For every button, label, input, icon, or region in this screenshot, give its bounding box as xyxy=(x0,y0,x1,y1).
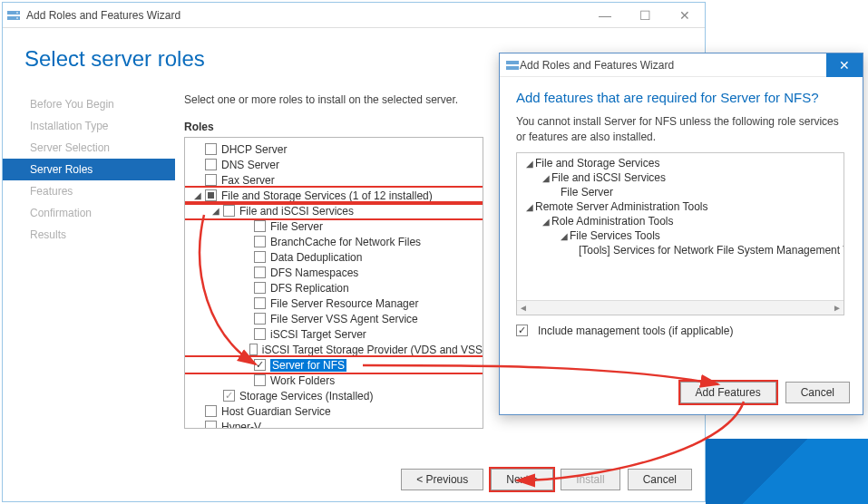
titlebar[interactable]: Add Roles and Features Wizard — ☐ ✕ xyxy=(3,3,705,28)
dialog-title: Add Roles and Features Wizard xyxy=(520,59,674,72)
horizontal-scrollbar[interactable]: ◄ ► xyxy=(517,300,844,315)
role-label: iSCSI Target Server xyxy=(270,328,366,341)
role-row[interactable]: Work Folders xyxy=(185,373,483,388)
expander-icon[interactable]: ◢ xyxy=(192,190,203,200)
close-button[interactable]: ✕ xyxy=(665,3,705,28)
role-label: BranchCache for Network Files xyxy=(270,236,421,248)
wizard-buttons: < Previous Next > Install Cancel xyxy=(401,469,692,490)
role-row[interactable]: DFS Namespaces xyxy=(185,265,483,280)
maximize-button[interactable]: ☐ xyxy=(625,3,665,28)
role-checkbox[interactable] xyxy=(254,374,266,386)
include-tools-row[interactable]: Include management tools (if applicable) xyxy=(516,325,846,337)
role-label: DHCP Server xyxy=(221,143,287,156)
role-label: Work Folders xyxy=(270,374,335,387)
roles-tree[interactable]: DHCP ServerDNS ServerFax Server◢File and… xyxy=(184,137,483,429)
cancel-button[interactable]: Cancel xyxy=(628,469,692,490)
dialog-cancel-button[interactable]: Cancel xyxy=(785,382,850,403)
svg-rect-5 xyxy=(506,66,519,70)
role-label: File and Storage Services (1 of 12 insta… xyxy=(221,189,433,202)
sidebar-item-before-you-begin[interactable]: Before You Begin xyxy=(3,93,175,115)
svg-rect-4 xyxy=(506,61,519,64)
dialog-close-button[interactable]: ✕ xyxy=(826,53,863,77)
dependency-row: ◢Remote Server Administration Tools xyxy=(521,200,840,215)
role-checkbox[interactable] xyxy=(205,405,217,417)
window-title: Add Roles and Features Wizard xyxy=(26,9,180,22)
role-row[interactable]: Storage Services (Installed) xyxy=(185,388,483,403)
dependency-row: ◢Role Administration Tools xyxy=(521,215,840,229)
previous-button[interactable]: < Previous xyxy=(401,469,483,490)
next-button[interactable]: Next > xyxy=(491,469,553,490)
server-manager-icon xyxy=(505,58,520,73)
role-checkbox[interactable] xyxy=(205,174,217,186)
dependency-row: [Tools] Services for Network File System… xyxy=(521,244,840,258)
role-checkbox[interactable] xyxy=(249,344,258,355)
role-checkbox[interactable] xyxy=(223,390,235,402)
role-row[interactable]: Host Guardian Service xyxy=(185,403,483,419)
role-checkbox[interactable] xyxy=(254,328,266,340)
role-row[interactable]: iSCSI Target Storage Provider (VDS and V… xyxy=(185,342,483,357)
role-checkbox[interactable] xyxy=(254,359,266,371)
role-row[interactable]: File Server Resource Manager xyxy=(185,296,483,311)
role-checkbox[interactable] xyxy=(205,143,217,155)
role-label: DFS Namespaces xyxy=(270,267,358,279)
role-checkbox[interactable] xyxy=(254,297,266,309)
role-row[interactable]: BranchCache for Network Files xyxy=(185,234,483,249)
svg-rect-3 xyxy=(16,17,18,18)
role-row[interactable]: ◢File and iSCSI Services xyxy=(185,203,483,218)
role-checkbox[interactable] xyxy=(205,159,217,170)
role-checkbox[interactable] xyxy=(205,189,217,201)
sidebar-item-server-selection[interactable]: Server Selection xyxy=(3,137,175,159)
add-features-dialog: Add Roles and Features Wizard ✕ Add feat… xyxy=(499,53,863,415)
role-row[interactable]: iSCSI Target Server xyxy=(185,326,483,342)
sidebar-item-features[interactable]: Features xyxy=(3,180,175,202)
role-checkbox[interactable] xyxy=(254,282,266,294)
expander-icon: ◢ xyxy=(561,231,570,241)
role-row[interactable]: Fax Server xyxy=(185,172,483,188)
expander-icon[interactable]: ◢ xyxy=(210,206,221,216)
role-row[interactable]: DFS Replication xyxy=(185,280,483,296)
scroll-left-icon[interactable]: ◄ xyxy=(519,303,528,313)
dependency-label: File Server xyxy=(561,186,613,199)
dependencies-tree[interactable]: ◢File and Storage Services◢File and iSCS… xyxy=(516,152,844,315)
minimize-button[interactable]: — xyxy=(585,3,625,28)
role-row[interactable]: Server for NFS xyxy=(185,357,483,373)
expander-icon: ◢ xyxy=(526,202,535,212)
role-checkbox[interactable] xyxy=(254,251,266,263)
dialog-titlebar[interactable]: Add Roles and Features Wizard ✕ xyxy=(500,53,863,77)
dependency-row: File Server xyxy=(521,186,840,200)
window-controls: — ☐ ✕ xyxy=(585,3,705,28)
role-label: Storage Services (Installed) xyxy=(239,390,373,402)
scroll-right-icon[interactable]: ► xyxy=(833,303,842,313)
role-checkbox[interactable] xyxy=(254,220,266,232)
include-tools-checkbox[interactable] xyxy=(516,325,528,336)
role-row[interactable]: File Server VSS Agent Service xyxy=(185,311,483,326)
role-checkbox[interactable] xyxy=(254,313,266,325)
role-checkbox[interactable] xyxy=(223,205,235,217)
dialog-heading: Add features that are required for Serve… xyxy=(516,90,846,105)
role-row[interactable]: File Server xyxy=(185,218,483,234)
dependency-label: File and iSCSI Services xyxy=(551,171,666,184)
sidebar-item-server-roles[interactable]: Server Roles xyxy=(3,159,175,180)
sidebar-item-results[interactable]: Results xyxy=(3,224,175,246)
sidebar: Before You BeginInstallation TypeServer … xyxy=(3,93,175,246)
install-button: Install xyxy=(561,469,619,490)
role-row[interactable]: DNS Server xyxy=(185,157,483,172)
role-checkbox[interactable] xyxy=(254,267,266,278)
dependency-label: [Tools] Services for Network File System… xyxy=(579,244,844,257)
sidebar-item-confirmation[interactable]: Confirmation xyxy=(3,202,175,224)
add-features-button[interactable]: Add Features xyxy=(680,382,776,403)
role-label: Fax Server xyxy=(221,174,275,187)
expander-icon: ◢ xyxy=(542,173,551,183)
role-row[interactable]: Hyper-V xyxy=(185,419,483,429)
dependency-label: File and Storage Services xyxy=(535,157,659,170)
sidebar-item-installation-type[interactable]: Installation Type xyxy=(3,115,175,137)
role-row[interactable]: Data Deduplication xyxy=(185,249,483,265)
role-row[interactable]: ◢File and Storage Services (1 of 12 inst… xyxy=(185,188,483,203)
dependency-row: ◢File Services Tools xyxy=(521,229,840,244)
role-checkbox[interactable] xyxy=(254,236,266,247)
desktop-background xyxy=(706,439,868,504)
expander-icon: ◢ xyxy=(526,159,535,169)
role-checkbox[interactable] xyxy=(205,421,217,429)
role-row[interactable]: DHCP Server xyxy=(185,141,483,157)
expander-icon: ◢ xyxy=(542,217,551,227)
